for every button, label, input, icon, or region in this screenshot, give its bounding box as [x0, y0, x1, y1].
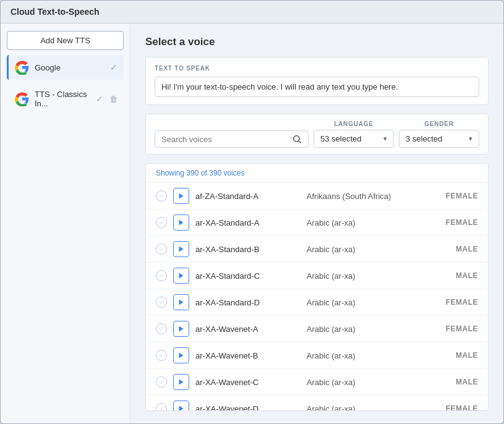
voice-gender: MALE [444, 271, 478, 280]
svg-marker-5 [179, 273, 184, 279]
gender-filter: GENDER 3 selected ▾ [399, 121, 479, 148]
svg-marker-4 [179, 247, 184, 252]
voice-select-circle[interactable] [156, 190, 167, 201]
sidebar-item-tts-classics[interactable]: TTS - Classics In... ✓ 🗑 [7, 85, 124, 113]
voice-row: af-ZA-Standard-A Afrikaans (South Africa… [146, 183, 488, 210]
language-dropdown[interactable]: 53 selected ▾ [314, 130, 394, 148]
sidebar-item-google-label: Google [35, 63, 105, 72]
gender-dropdown[interactable]: 3 selected ▾ [399, 130, 479, 148]
svg-marker-6 [179, 300, 184, 305]
showing-label: Showing 390 of 390 voices [146, 164, 488, 183]
svg-marker-8 [179, 353, 184, 358]
language-label: LANGUAGE [314, 121, 394, 127]
search-container [155, 130, 309, 148]
svg-marker-7 [179, 326, 184, 332]
text-to-speak-section: TEXT TO SPEAK [145, 57, 489, 105]
sidebar-item-google[interactable]: Google ✓ [7, 55, 124, 80]
voice-gender: MALE [444, 378, 478, 386]
sidebar-item-tts-label: TTS - Classics In... [35, 90, 91, 108]
sidebar-tts-trash-icon[interactable]: 🗑 [109, 95, 117, 104]
voice-name: ar-XA-Wavenet-D [195, 404, 301, 411]
voice-name: af-ZA-Standard-A [195, 192, 301, 201]
app-title: Cloud Text-to-Speech [11, 7, 100, 17]
page-title: Select a voice [145, 36, 489, 48]
title-bar: Cloud Text-to-Speech [1, 1, 503, 23]
voice-gender: MALE [444, 245, 478, 253]
filters-bar: LANGUAGE 53 selected ▾ GENDER 3 selected… [145, 114, 489, 155]
voice-language: Arabic (ar-xa) [307, 351, 438, 360]
voice-select-circle[interactable] [156, 350, 167, 361]
voice-language: Arabic (ar-xa) [307, 245, 438, 254]
voice-play-button[interactable] [173, 321, 189, 337]
voice-language: Arabic (ar-xa) [307, 324, 438, 334]
voice-name: ar-XA-Wavenet-B [195, 351, 301, 360]
voice-row: ar-XA-Standard-C Arabic (ar-xa) MALE [146, 263, 488, 289]
svg-marker-2 [179, 193, 184, 199]
voice-gender: FEMALE [444, 404, 478, 410]
voice-row: ar-XA-Wavenet-D Arabic (ar-xa) FEMALE [146, 396, 488, 410]
svg-marker-9 [179, 379, 184, 385]
voice-name: ar-XA-Standard-D [195, 298, 301, 307]
svg-marker-3 [179, 220, 184, 226]
voice-select-circle[interactable] [156, 403, 167, 410]
voice-select-circle[interactable] [156, 244, 167, 255]
voice-list-panel: Showing 390 of 390 voices af-ZA-Standard… [145, 163, 489, 411]
voice-select-circle[interactable] [156, 376, 167, 388]
voice-select-circle[interactable] [156, 323, 167, 334]
voice-play-button[interactable] [173, 347, 189, 363]
voice-row: ar-XA-Wavenet-C Arabic (ar-xa) MALE [146, 369, 488, 396]
voice-gender: FEMALE [444, 192, 478, 200]
voice-select-circle[interactable] [156, 270, 167, 281]
voice-language: Arabic (ar-xa) [307, 218, 438, 227]
voice-row: ar-XA-Standard-A Arabic (ar-xa) FEMALE [146, 210, 488, 236]
voice-play-button[interactable] [173, 294, 189, 310]
voice-play-button[interactable] [173, 268, 189, 284]
app-window: Cloud Text-to-Speech Add New TTS Google … [0, 0, 504, 424]
voice-gender: MALE [444, 351, 478, 360]
voice-select-circle[interactable] [156, 297, 167, 308]
voice-play-button[interactable] [173, 214, 189, 231]
voice-gender: FEMALE [444, 298, 478, 307]
gender-value: 3 selected [406, 134, 442, 143]
voice-language: Arabic (ar-xa) [307, 378, 438, 387]
text-to-speak-input[interactable] [155, 77, 479, 97]
language-filter: LANGUAGE 53 selected ▾ [314, 121, 394, 148]
voice-row: ar-XA-Wavenet-A Arabic (ar-xa) FEMALE [146, 316, 488, 342]
voice-play-button[interactable] [173, 241, 189, 257]
voice-language: Arabic (ar-xa) [307, 298, 438, 307]
voice-list: af-ZA-Standard-A Afrikaans (South Africa… [146, 183, 488, 410]
search-icon [292, 134, 302, 144]
voice-play-button[interactable] [173, 401, 189, 410]
voice-language: Arabic (ar-xa) [307, 404, 438, 411]
voice-row: ar-XA-Standard-D Arabic (ar-xa) FEMALE [146, 289, 488, 316]
sidebar-tts-check-icon: ✓ [96, 94, 103, 104]
voice-row: ar-XA-Wavenet-B Arabic (ar-xa) MALE [146, 342, 488, 369]
voice-name: ar-XA-Standard-A [195, 218, 301, 227]
language-chevron-icon: ▾ [383, 135, 387, 143]
google-cloud-icon [15, 60, 30, 75]
voice-select-circle[interactable] [156, 217, 167, 228]
voice-language: Arabic (ar-xa) [307, 271, 438, 281]
voice-play-button[interactable] [173, 188, 189, 204]
voice-name: ar-XA-Wavenet-A [195, 324, 301, 334]
voice-gender: FEMALE [444, 324, 478, 333]
language-value: 53 selected [320, 134, 362, 143]
search-input[interactable] [161, 135, 288, 144]
voice-row: ar-XA-Standard-B Arabic (ar-xa) MALE [146, 236, 488, 263]
voice-name: ar-XA-Wavenet-C [195, 378, 301, 387]
svg-marker-10 [179, 406, 184, 411]
sidebar-google-check-icon: ✓ [110, 62, 117, 72]
gender-chevron-icon: ▾ [469, 135, 472, 143]
add-new-tts-button[interactable]: Add New TTS [7, 31, 124, 50]
voice-language: Afrikaans (South Africa) [307, 192, 438, 201]
voice-gender: FEMALE [444, 218, 478, 227]
svg-line-1 [299, 141, 301, 143]
tts-classics-icon [15, 91, 30, 106]
sidebar: Add New TTS Google ✓ [1, 23, 130, 423]
voice-play-button[interactable] [173, 374, 189, 390]
main-content: Select a voice TEXT TO SPEAK [130, 23, 503, 423]
text-to-speak-label: TEXT TO SPEAK [155, 65, 479, 72]
voice-name: ar-XA-Standard-C [195, 271, 301, 281]
gender-label: GENDER [399, 121, 479, 127]
voice-name: ar-XA-Standard-B [195, 245, 301, 254]
